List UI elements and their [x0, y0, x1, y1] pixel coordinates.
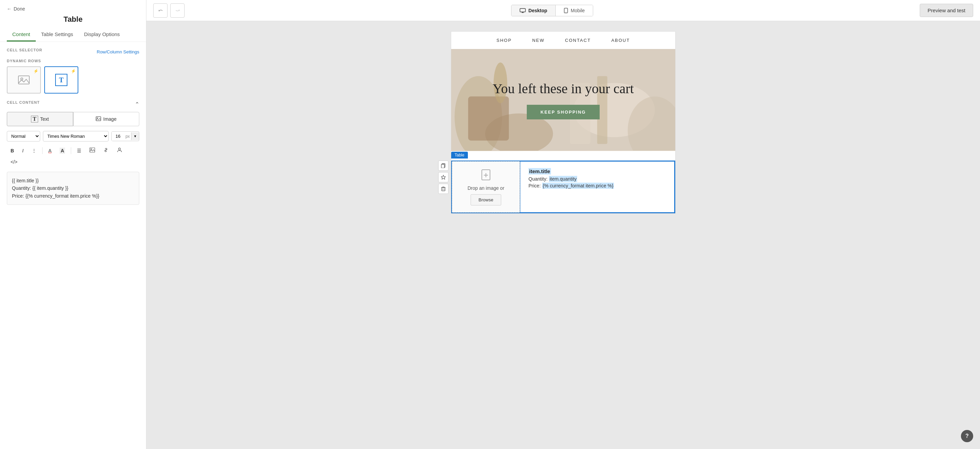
- person-button[interactable]: [113, 145, 126, 156]
- cell-content-label: CELL CONTENT: [7, 100, 40, 105]
- redo-button[interactable]: ⤻: [170, 3, 185, 18]
- text-type-label: Text: [40, 116, 49, 122]
- bold-button[interactable]: B: [7, 146, 18, 156]
- svg-rect-22: [442, 187, 445, 191]
- back-arrow-icon: ←: [7, 6, 11, 11]
- star-button[interactable]: [438, 172, 449, 182]
- row-col-settings-link[interactable]: Row/Column Settings: [97, 49, 139, 54]
- dynamic-cell-image[interactable]: ⚡: [7, 66, 41, 94]
- content-type-buttons: T Text Image: [7, 112, 139, 126]
- text-cell: item.title Quantity: item.quantity Price…: [520, 161, 675, 213]
- preview-test-button[interactable]: Preview and test: [920, 4, 973, 17]
- svg-rect-20: [441, 164, 444, 168]
- text-type-icon: T: [31, 116, 38, 122]
- email-nav: SHOP NEW CONTACT ABOUT: [451, 32, 675, 49]
- italic-button[interactable]: I: [18, 146, 27, 156]
- image-cell: Drop an image or Browse: [452, 161, 520, 213]
- copy-icon: [441, 163, 446, 168]
- fmt-separator-1: [42, 147, 43, 154]
- font-size-input[interactable]: [112, 132, 124, 141]
- svg-rect-0: [18, 76, 29, 84]
- back-label: Done: [14, 6, 25, 11]
- hero-bg-decoration: [451, 49, 675, 151]
- table-row: Drop an image or Browse item.title Quant…: [452, 161, 675, 213]
- back-button[interactable]: ← Done: [7, 6, 139, 11]
- font-color-button[interactable]: A: [45, 146, 55, 156]
- font-family-select[interactable]: Times New RomanArialGeorgia: [43, 131, 109, 141]
- toolbar-left: ⤺ ⤻: [153, 3, 185, 18]
- keep-shopping-button[interactable]: KEEP SHOPPING: [527, 105, 599, 119]
- editor-line-2: Quantity: {{ item.quantity }}: [12, 184, 134, 192]
- mobile-label: Mobile: [571, 8, 585, 13]
- svg-point-3: [97, 117, 98, 118]
- svg-point-5: [91, 149, 92, 150]
- dynamic-rows-container: ⚡ ⚡ T: [7, 66, 139, 94]
- font-controls: NormalHeading 1Heading 2 Times New Roman…: [7, 131, 139, 141]
- dynamic-rows-label: DYNAMIC ROWS: [7, 59, 139, 63]
- nav-shop: SHOP: [496, 38, 512, 43]
- nav-about: ABOUT: [611, 38, 630, 43]
- more-button[interactable]: ⋮: [28, 146, 40, 156]
- font-size-group: px ▼: [111, 131, 139, 141]
- canvas-area: SHOP NEW CONTACT ABOUT: [146, 21, 980, 449]
- text-editor-area[interactable]: {{ item.title }} Quantity: {{ item.quant…: [7, 172, 139, 205]
- table-badge: Table: [451, 152, 468, 159]
- upload-icon: [480, 168, 492, 182]
- svg-point-9: [566, 11, 566, 12]
- svg-point-6: [118, 148, 121, 150]
- cell-selector-label: CELL SELECTOR: [7, 48, 42, 52]
- help-button[interactable]: ?: [961, 430, 973, 442]
- text-type-button[interactable]: T Text: [7, 112, 73, 126]
- copy-row-button[interactable]: [438, 160, 449, 171]
- tab-table-settings[interactable]: Table Settings: [36, 28, 79, 41]
- drop-text: Drop an image or: [468, 186, 504, 191]
- tab-content[interactable]: Content: [7, 28, 36, 41]
- desktop-icon: [520, 8, 526, 13]
- item-title-highlight: item.title: [528, 168, 551, 175]
- insert-image-button[interactable]: [86, 145, 99, 156]
- tab-display-options[interactable]: Display Options: [79, 28, 125, 41]
- image-type-button[interactable]: Image: [73, 112, 140, 126]
- svg-rect-7: [520, 8, 525, 12]
- undo-button[interactable]: ⤺: [153, 3, 167, 18]
- panel-body: CELL SELECTOR Row/Column Settings DYNAMI…: [0, 42, 146, 449]
- font-style-select[interactable]: NormalHeading 1Heading 2: [7, 131, 40, 141]
- quantity-highlight: item.quantity: [549, 176, 577, 182]
- hero-area: You left these in your cart KEEP SHOPPIN…: [451, 49, 675, 151]
- mobile-icon: [564, 8, 568, 13]
- align-button[interactable]: ☰: [73, 146, 85, 156]
- desktop-label: Desktop: [528, 8, 547, 13]
- mobile-view-button[interactable]: Mobile: [556, 5, 593, 16]
- cell-content-section: CELL CONTENT ⌃ T Text: [7, 100, 139, 205]
- code-button[interactable]: </>: [7, 157, 21, 167]
- collapse-button[interactable]: ⌃: [135, 101, 139, 108]
- tabs-row: Content Table Settings Display Options: [7, 28, 139, 41]
- svg-marker-21: [441, 175, 446, 179]
- image-type-icon: [96, 116, 101, 122]
- font-size-unit: px: [124, 132, 131, 141]
- link-button[interactable]: [99, 145, 112, 156]
- font-size-arrow[interactable]: ▼: [131, 132, 139, 140]
- svg-rect-17: [468, 97, 509, 141]
- text-price: Price: {% currency_format item.price %}: [528, 183, 666, 189]
- cell-content-header: CELL CONTENT ⌃: [7, 100, 139, 108]
- view-switcher: Desktop Mobile: [511, 5, 593, 16]
- table-wrapper: Table: [451, 160, 675, 213]
- svg-point-1: [21, 78, 23, 80]
- price-highlight: {% currency_format item.price %}: [542, 182, 614, 189]
- image-placeholder-icon: [18, 74, 30, 86]
- main-area: ⤺ ⤻ Desktop Mobile Preview and test: [146, 0, 980, 449]
- formatting-row: B I ⋮ A A ☰: [7, 145, 139, 167]
- image-type-label: Image: [103, 116, 116, 122]
- delete-row-button[interactable]: [438, 184, 449, 194]
- desktop-view-button[interactable]: Desktop: [511, 5, 556, 16]
- hero-title: You left these in your cart: [493, 81, 634, 97]
- browse-button[interactable]: Browse: [471, 194, 501, 205]
- dynamic-cell-text[interactable]: ⚡ T: [44, 66, 78, 94]
- editor-line-3: Price: {{% currency_format item.price %}…: [12, 192, 134, 200]
- text-item-title: item.title: [528, 168, 666, 174]
- trash-icon: [441, 186, 445, 191]
- font-bg-button[interactable]: A: [56, 146, 69, 156]
- panel-title: Table: [7, 15, 139, 24]
- left-panel: ← Done Table Content Table Settings Disp…: [0, 0, 146, 449]
